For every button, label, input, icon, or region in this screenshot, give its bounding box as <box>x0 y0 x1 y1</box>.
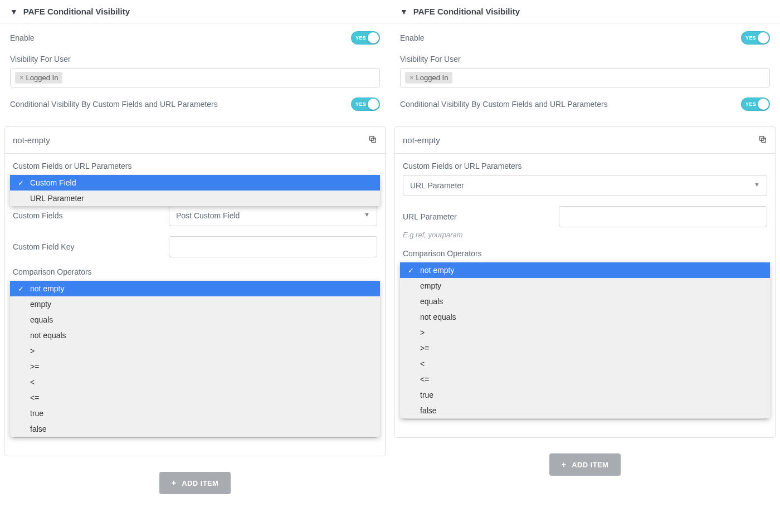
chevron-down-icon: ▼ <box>754 181 760 190</box>
toggle-yes-label: YES <box>745 101 756 107</box>
item-title: not-empty <box>13 135 50 145</box>
visibility-user-input[interactable]: × Logged In <box>400 68 770 87</box>
comparison-option[interactable]: < <box>400 356 770 372</box>
item-title: not-empty <box>403 135 440 145</box>
comparison-option[interactable]: empty <box>10 296 380 312</box>
comparison-option[interactable]: <= <box>10 390 380 406</box>
section-title: PAFE Conditional Visibility <box>413 7 520 16</box>
cond-vis-toggle[interactable]: YES <box>741 97 770 111</box>
type-label: Custom Fields or URL Parameters <box>13 162 377 170</box>
comparison-option[interactable]: true <box>10 406 380 421</box>
toggle-knob <box>758 99 769 110</box>
user-tag-logged-in[interactable]: × Logged In <box>15 72 62 84</box>
comparison-label: Comparison Operators <box>13 267 377 276</box>
enable-label: Enable <box>400 33 425 42</box>
cond-vis-label: Conditional Visibility By Custom Fields … <box>400 100 608 109</box>
left-pane: ▼ PAFE Conditional Visibility Enable YES… <box>0 0 390 494</box>
duplicate-icon[interactable] <box>758 135 767 145</box>
tag-remove-icon[interactable]: × <box>20 74 24 82</box>
comparison-option[interactable]: > <box>10 343 380 359</box>
comparison-option[interactable]: >= <box>10 359 380 374</box>
check-icon: ✓ <box>408 266 414 275</box>
enable-label: Enable <box>10 33 35 42</box>
select-value: Post Custom Field <box>176 211 240 220</box>
toggle-knob <box>368 32 379 43</box>
toggle-yes-label: YES <box>355 35 366 41</box>
user-tag-logged-in[interactable]: × Logged In <box>405 72 452 84</box>
toggle-yes-label: YES <box>745 35 756 41</box>
type-select[interactable]: URL Parameter ▼ <box>403 175 767 196</box>
comparison-option[interactable]: false <box>10 421 380 437</box>
enable-toggle[interactable]: YES <box>741 31 770 45</box>
comparison-option[interactable]: equals <box>10 312 380 328</box>
custom-field-key-input[interactable] <box>169 236 377 257</box>
tag-label: Logged In <box>26 74 58 82</box>
caret-down-icon: ▼ <box>10 7 18 16</box>
toggle-knob <box>758 32 769 43</box>
url-parameter-helper: E.g ref, yourparam <box>403 231 767 239</box>
repeater-item: not-empty Custom Fields or URL Parameter… <box>394 126 776 438</box>
comparison-option[interactable]: ✓ not empty <box>400 262 770 278</box>
check-icon: ✓ <box>18 285 24 293</box>
tag-label: Logged In <box>416 74 448 82</box>
comparison-label: Comparison Operators <box>403 249 767 258</box>
section-header[interactable]: ▼ PAFE Conditional Visibility <box>0 0 390 23</box>
comparison-option[interactable]: not equals <box>400 309 770 325</box>
url-parameter-input[interactable] <box>559 206 767 227</box>
visibility-for-user-label: Visibility For User <box>10 55 380 64</box>
type-dropdown-open: ✓ Custom Field URL Parameter <box>10 175 380 206</box>
comparison-dropdown-open: ✓ not empty empty equals not equals > >=… <box>400 262 770 418</box>
add-item-button[interactable]: + ADD ITEM <box>159 472 231 494</box>
comparison-option[interactable]: ✓ not empty <box>10 281 380 296</box>
comparison-option[interactable]: true <box>400 387 770 403</box>
type-label: Custom Fields or URL Parameters <box>403 162 767 170</box>
item-header[interactable]: not-empty <box>395 127 775 154</box>
comparison-option[interactable]: <= <box>400 372 770 387</box>
url-parameter-label: URL Parameter <box>403 212 559 221</box>
type-option-custom-field[interactable]: ✓ Custom Field <box>10 175 380 191</box>
tag-remove-icon[interactable]: × <box>410 74 414 82</box>
comparison-option[interactable]: equals <box>400 294 770 309</box>
caret-down-icon: ▼ <box>400 7 408 16</box>
right-pane: ▼ PAFE Conditional Visibility Enable YES… <box>390 0 780 494</box>
type-option-url-parameter[interactable]: URL Parameter <box>10 191 380 206</box>
plus-icon: + <box>562 460 567 469</box>
comparison-option[interactable]: false <box>400 403 770 418</box>
custom-field-key-label: Custom Field Key <box>13 242 169 251</box>
comparison-option[interactable]: >= <box>400 340 770 356</box>
select-value: URL Parameter <box>410 181 464 190</box>
plus-icon: + <box>172 479 177 487</box>
toggle-yes-label: YES <box>355 101 366 107</box>
custom-fields-select[interactable]: Post Custom Field ▼ <box>169 205 377 226</box>
comparison-option[interactable]: < <box>10 374 380 390</box>
enable-toggle[interactable]: YES <box>351 31 380 45</box>
comparison-option[interactable]: empty <box>400 278 770 294</box>
toggle-knob <box>368 99 379 110</box>
custom-fields-label: Custom Fields <box>13 211 169 220</box>
comparison-option[interactable]: > <box>400 325 770 340</box>
add-item-label: ADD ITEM <box>572 461 608 469</box>
cond-vis-toggle[interactable]: YES <box>351 97 380 111</box>
section-header[interactable]: ▼ PAFE Conditional Visibility <box>390 0 780 23</box>
section-title: PAFE Conditional Visibility <box>23 7 130 16</box>
add-item-button[interactable]: + ADD ITEM <box>549 453 621 476</box>
add-item-label: ADD ITEM <box>182 479 218 487</box>
item-header[interactable]: not-empty <box>5 127 385 154</box>
check-icon: ✓ <box>18 179 24 187</box>
visibility-user-input[interactable]: × Logged In <box>10 68 380 87</box>
cond-vis-label: Conditional Visibility By Custom Fields … <box>10 100 218 109</box>
comparison-option[interactable]: not equals <box>10 328 380 343</box>
visibility-for-user-label: Visibility For User <box>400 55 770 64</box>
duplicate-icon[interactable] <box>368 135 377 145</box>
chevron-down-icon: ▼ <box>364 211 370 220</box>
comparison-dropdown-open: ✓ not empty empty equals not equals > >=… <box>10 281 380 437</box>
repeater-item: not-empty Custom Fields or URL Parameter… <box>4 126 386 456</box>
